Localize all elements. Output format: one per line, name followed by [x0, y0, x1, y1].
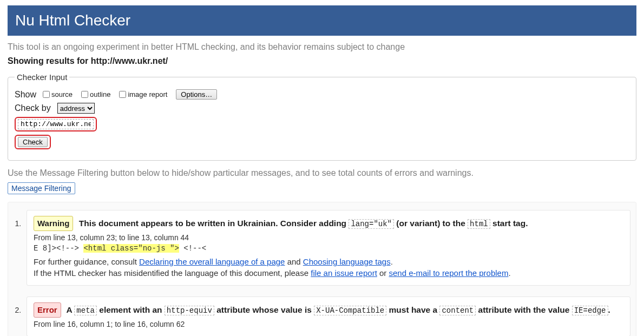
source-checkbox[interactable] — [43, 91, 50, 98]
msg-text: A — [66, 305, 74, 314]
source-checkbox-label[interactable]: source — [43, 90, 73, 98]
message-item-2: Error A meta element with an http-equiv … — [23, 297, 630, 336]
code-content: content — [439, 306, 476, 315]
options-button[interactable]: Options… — [176, 89, 217, 100]
msg-text: attribute with the value — [476, 305, 571, 314]
url-input[interactable] — [18, 119, 94, 129]
url-row — [15, 117, 629, 131]
image-report-checkbox[interactable] — [119, 91, 126, 98]
outline-checkbox[interactable] — [81, 91, 88, 98]
check-highlight: Check — [15, 135, 51, 149]
url-highlight — [15, 117, 97, 131]
tool-description: This tool is an ongoing experiment in be… — [8, 42, 636, 52]
msg-text: start tag. — [490, 219, 528, 228]
message-card: Warning This document appears to be writ… — [27, 210, 630, 286]
message-card: Error A meta element with an http-equiv … — [27, 297, 630, 336]
message-heading: Warning This document appears to be writ… — [34, 216, 623, 231]
check-by-label: Check by — [15, 103, 51, 113]
check-by-row: Check by address — [15, 103, 629, 114]
showing-results: Showing results for http://www.ukr.net/ — [8, 56, 636, 66]
misid-line: If the HTML checker has misidentified th… — [34, 268, 623, 278]
guidance-mid: and — [285, 257, 303, 266]
app-title: Nu Html Checker — [15, 12, 130, 29]
app-banner: Nu Html Checker — [8, 5, 636, 36]
check-button[interactable]: Check — [18, 137, 48, 147]
code-ieedge: IE=edge — [572, 306, 608, 315]
warning-badge: Warning — [34, 216, 73, 231]
code-lang: lang="uk" — [349, 219, 394, 229]
message-location: From line 16, column 1; to line 16, colu… — [34, 320, 623, 328]
check-by-select[interactable]: address — [57, 103, 95, 114]
checker-input-fieldset: Checker Input Show source outline image … — [8, 73, 636, 161]
msg-text: (or variant) to the — [394, 219, 468, 228]
msg-text: This document appears to be written in U… — [79, 219, 349, 228]
message-location: From line 13, column 23; to line 13, col… — [34, 233, 623, 242]
error-badge: Error — [34, 302, 61, 318]
misid-pre: If the HTML checker has misidentified th… — [34, 268, 311, 278]
guidance-link-1[interactable]: Declaring the overall language of a page — [139, 257, 285, 266]
message-heading: Error A meta element with an http-equiv … — [34, 302, 623, 318]
msg-text: attribute whose value is — [214, 305, 314, 314]
checker-input-legend: Checker Input — [15, 73, 69, 82]
message-item-1: Warning This document appears to be writ… — [23, 210, 630, 286]
show-row: Show source outline image report Options… — [15, 89, 629, 100]
msg-text: must have a — [386, 305, 439, 314]
code-xua: X-UA-Compatible — [314, 306, 386, 315]
results-panel: Warning This document appears to be writ… — [8, 202, 636, 336]
show-label: Show — [15, 90, 36, 100]
outline-text: outline — [90, 90, 110, 98]
guidance-link-2[interactable]: Choosing language tags — [303, 257, 391, 266]
email-report-link[interactable]: send e-mail to report the problem — [389, 268, 509, 278]
snippet-highlight: <html class="no-js "> — [83, 244, 179, 253]
filtering-description: Use the Message Filtering button below t… — [8, 168, 636, 178]
issue-report-link[interactable]: file an issue report — [311, 268, 377, 278]
image-report-text: image report — [128, 90, 167, 98]
image-report-checkbox-label[interactable]: image report — [119, 90, 167, 98]
source-text: source — [51, 90, 73, 98]
check-row: Check — [15, 135, 629, 149]
code-meta: meta — [74, 306, 97, 315]
outline-checkbox-label[interactable]: outline — [81, 90, 110, 98]
guidance-pre: For further guidance, consult — [34, 257, 139, 266]
snippet-post: <!--< — [179, 244, 206, 253]
msg-text: . — [608, 305, 610, 314]
code-http-equiv: http-equiv — [165, 306, 214, 315]
guidance-post: . — [391, 257, 393, 266]
guidance-line: For further guidance, consult Declaring … — [34, 257, 623, 266]
messages-list: Warning This document appears to be writ… — [8, 210, 636, 336]
misid-mid: or — [377, 268, 389, 278]
snippet-pre: E 8]><!--> — [34, 244, 83, 253]
message-filtering-button[interactable]: Message Filtering — [8, 182, 75, 194]
msg-text: element with an — [97, 305, 165, 314]
misid-post: . — [508, 268, 510, 278]
code-html: html — [468, 219, 490, 229]
code-snippet: E 8]><!--> <html class="no-js "> <!--< — [34, 244, 623, 253]
